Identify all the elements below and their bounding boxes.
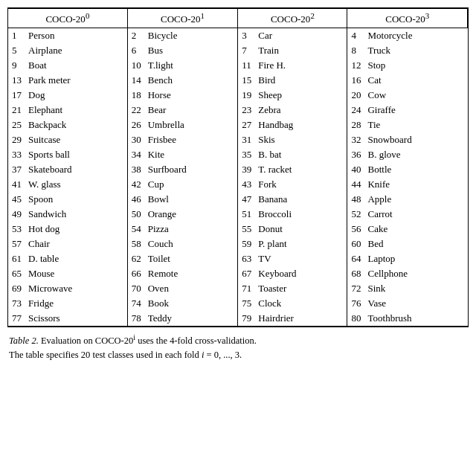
- table-caption: Table 2. Evaluation on COCO-20i uses the…: [7, 332, 469, 362]
- table-cell-r9-c0: 37Skateboard: [8, 162, 127, 177]
- table-cell-r8-c2: 35B. bat: [238, 147, 347, 162]
- table-header-col0: COCO-200: [8, 9, 127, 28]
- caption-line2: The table specifies 20 test classes used…: [9, 350, 202, 360]
- table-cell-r16-c3: 68Cellphone: [347, 266, 468, 281]
- table-row: 61D. table62Toilet63TV64Laptop: [8, 251, 468, 266]
- caption-line2b: = 0, ..., 3.: [204, 350, 242, 360]
- table-cell-r11-c3: 48Apple: [347, 192, 468, 207]
- table-cell-r10-c1: 42Cup: [127, 177, 238, 192]
- table-cell-r14-c0: 57Chair: [8, 237, 127, 251]
- table-cell-r13-c3: 56Cake: [347, 222, 468, 237]
- caption-text2: uses the 4-fold cross-validation.: [135, 335, 257, 346]
- table-cell-r5-c3: 24Giraffe: [347, 103, 468, 118]
- table-header-col2: COCO-202: [238, 9, 347, 28]
- table-cell-r4-c1: 18Horse: [127, 88, 238, 103]
- table-cell-r6-c0: 25Backpack: [8, 118, 127, 132]
- table-cell-r16-c1: 66Remote: [127, 266, 238, 281]
- table-cell-r2-c1: 10T.light: [127, 58, 238, 73]
- table-cell-r18-c0: 73Fridge: [8, 296, 127, 311]
- table-cell-r11-c2: 47Banana: [238, 192, 347, 207]
- table-cell-r14-c2: 59P. plant: [238, 237, 347, 251]
- table-cell-r13-c1: 54Pizza: [127, 222, 238, 237]
- table-cell-r13-c0: 53Hot dog: [8, 222, 127, 237]
- table-cell-r7-c3: 32Snowboard: [347, 132, 468, 147]
- table-cell-r0-c1: 2Bicycle: [127, 28, 238, 44]
- table-cell-r12-c2: 51Broccoli: [238, 207, 347, 222]
- table-cell-r14-c1: 58Couch: [127, 237, 238, 251]
- table-cell-r8-c3: 36B. glove: [347, 147, 468, 162]
- table-cell-r7-c0: 29Suitcase: [8, 132, 127, 147]
- table-cell-r15-c2: 63TV: [238, 251, 347, 266]
- table-cell-r3-c2: 15Bird: [238, 73, 347, 88]
- table-cell-r0-c2: 3Car: [238, 28, 347, 44]
- table-row: 13Park meter14Bench15Bird16Cat: [8, 73, 468, 88]
- table-row: 41W. glass42Cup43Fork44Knife: [8, 177, 468, 192]
- table-cell-r0-c3: 4Motorcycle: [347, 28, 468, 44]
- table-cell-r3-c3: 16Cat: [347, 73, 468, 88]
- table-cell-r17-c1: 70Oven: [127, 281, 238, 296]
- table-row: 69Microwave70Oven71Toaster72Sink: [8, 281, 468, 296]
- table-cell-r12-c3: 52Carrot: [347, 207, 468, 222]
- table-cell-r0-c0: 1Person: [8, 28, 127, 44]
- table-cell-r2-c3: 12Stop: [347, 58, 468, 73]
- table-cell-r10-c3: 44Knife: [347, 177, 468, 192]
- table-cell-r2-c2: 11Fire H.: [238, 58, 347, 73]
- table-row: 57Chair58Couch59P. plant60Bed: [8, 237, 468, 251]
- table-row: 37Skateboard38Surfboard39T. racket40Bott…: [8, 162, 468, 177]
- table-cell-r19-c2: 79Hairdrier: [238, 311, 347, 326]
- table-cell-r6-c1: 26Umbrella: [127, 118, 238, 132]
- table-row: 77Scissors78Teddy79Hairdrier80Toothbrush: [8, 311, 468, 326]
- table-cell-r17-c3: 72Sink: [347, 281, 468, 296]
- table-cell-r18-c2: 75Clock: [238, 296, 347, 311]
- table-cell-r1-c1: 6Bus: [127, 43, 238, 58]
- table-row: 53Hot dog54Pizza55Donut56Cake: [8, 222, 468, 237]
- table-cell-r9-c2: 39T. racket: [238, 162, 347, 177]
- table-cell-r12-c0: 49Sandwich: [8, 207, 127, 222]
- table-row: 73Fridge74Book75Clock76Vase: [8, 296, 468, 311]
- table-cell-r15-c0: 61D. table: [8, 251, 127, 266]
- table-cell-r14-c3: 60Bed: [347, 237, 468, 251]
- table-row: 65Mouse66Remote67Keyboard68Cellphone: [8, 266, 468, 281]
- table-cell-r1-c0: 5Airplane: [8, 43, 127, 58]
- table-cell-r19-c1: 78Teddy: [127, 311, 238, 326]
- table-row: 45Spoon46Bowl47Banana48Apple: [8, 192, 468, 207]
- table-cell-r9-c1: 38Surfboard: [127, 162, 238, 177]
- caption-label: Table 2.: [9, 335, 39, 346]
- table-cell-r6-c2: 27Handbag: [238, 118, 347, 132]
- table-cell-r3-c1: 14Bench: [127, 73, 238, 88]
- table-cell-r4-c2: 19Sheep: [238, 88, 347, 103]
- table-row: 9Boat10T.light11Fire H.12Stop: [8, 58, 468, 73]
- table-cell-r15-c3: 64Laptop: [347, 251, 468, 266]
- caption-text: Evaluation on COCO-20: [39, 335, 133, 346]
- table-cell-r15-c1: 62Toilet: [127, 251, 238, 266]
- table-cell-r19-c3: 80Toothbrush: [347, 311, 468, 326]
- table-cell-r1-c2: 7Train: [238, 43, 347, 58]
- coco-table: COCO-200COCO-201COCO-202COCO-203 1Person…: [8, 8, 468, 326]
- main-table-container: COCO-200COCO-201COCO-202COCO-203 1Person…: [7, 7, 469, 327]
- table-cell-r16-c0: 65Mouse: [8, 266, 127, 281]
- table-row: 17Dog18Horse19Sheep20Cow: [8, 88, 468, 103]
- table-row: 33Sports ball34Kite35B. bat36B. glove: [8, 147, 468, 162]
- table-cell-r5-c0: 21Elephant: [8, 103, 127, 118]
- table-cell-r18-c3: 76Vase: [347, 296, 468, 311]
- table-cell-r2-c0: 9Boat: [8, 58, 127, 73]
- table-cell-r12-c1: 50Orange: [127, 207, 238, 222]
- table-cell-r16-c2: 67Keyboard: [238, 266, 347, 281]
- table-cell-r5-c2: 23Zebra: [238, 103, 347, 118]
- table-cell-r10-c0: 41W. glass: [8, 177, 127, 192]
- table-row: 5Airplane6Bus7Train8Truck: [8, 43, 468, 58]
- table-cell-r4-c3: 20Cow: [347, 88, 468, 103]
- table-cell-r3-c0: 13Park meter: [8, 73, 127, 88]
- table-cell-r8-c0: 33Sports ball: [8, 147, 127, 162]
- table-row: 49Sandwich50Orange51Broccoli52Carrot: [8, 207, 468, 222]
- table-cell-r17-c2: 71Toaster: [238, 281, 347, 296]
- table-header-col1: COCO-201: [127, 9, 238, 28]
- table-cell-r8-c1: 34Kite: [127, 147, 238, 162]
- table-cell-r1-c3: 8Truck: [347, 43, 468, 58]
- table-row: 25Backpack26Umbrella27Handbag28Tie: [8, 118, 468, 132]
- table-cell-r7-c1: 30Frisbee: [127, 132, 238, 147]
- table-cell-r19-c0: 77Scissors: [8, 311, 127, 326]
- table-cell-r7-c2: 31Skis: [238, 132, 347, 147]
- table-cell-r11-c1: 46Bowl: [127, 192, 238, 207]
- table-cell-r17-c0: 69Microwave: [8, 281, 127, 296]
